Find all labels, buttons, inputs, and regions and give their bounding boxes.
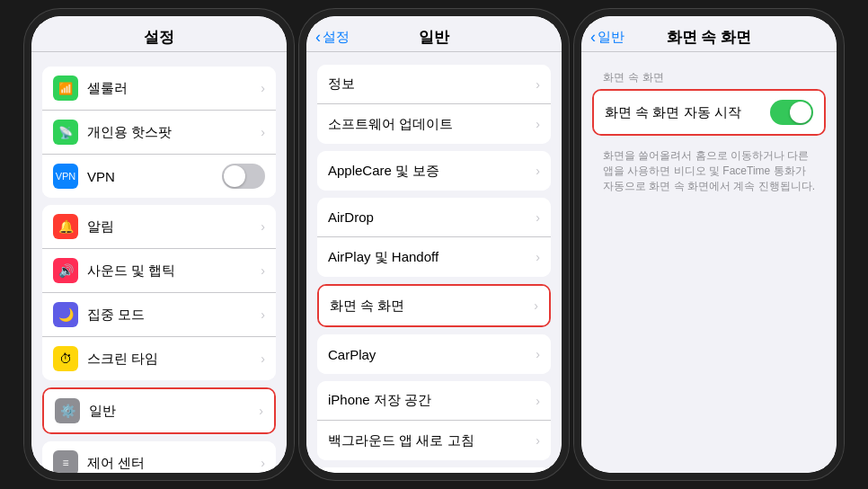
- vpn-label: VPN: [87, 169, 222, 184]
- pip-toggle-switch[interactable]: [770, 100, 813, 125]
- airdrop-chevron: ›: [536, 210, 540, 225]
- group-pip: 화면 속 화면 ›: [317, 284, 551, 327]
- screen2-title: 일반: [419, 27, 449, 48]
- item-alarm[interactable]: 🔔 알림 ›: [42, 205, 276, 249]
- airplay-label: AirPlay 및 Handoff: [328, 249, 536, 266]
- item-sound[interactable]: 🔊 사운드 및 햅틱 ›: [42, 249, 276, 293]
- item-general[interactable]: ⚙️ 일반 ›: [44, 389, 274, 432]
- airdrop-label: AirDrop: [328, 209, 536, 225]
- item-carplay[interactable]: CarPlay ›: [317, 334, 551, 374]
- group-connectivity: 📶 셀룰러 › 📡 개인용 핫스팟 › VPN: [42, 67, 276, 198]
- sound-chevron: ›: [261, 263, 265, 278]
- phone-3: ‹ 일반 화면 속 화면 화면 속 화면 화면 속 화면 자동 시작 화면을 쓸…: [574, 9, 844, 480]
- settings-list-3[interactable]: 화면 속 화면 화면 속 화면 자동 시작 화면을 쓸어올려서 홈으로 이동하거…: [581, 52, 837, 473]
- back-label-3: 일반: [598, 29, 624, 46]
- phone-1: 설정 📶 셀룰러 › 📡: [24, 9, 294, 480]
- hotspot-label: 개인용 핫스팟: [87, 124, 261, 141]
- cellular-label: 셀룰러: [87, 80, 261, 97]
- group-carplay: CarPlay ›: [317, 334, 551, 374]
- screen1-title: 설정: [144, 27, 174, 48]
- back-label-2: 설정: [323, 29, 350, 46]
- storage-chevron: ›: [536, 394, 540, 408]
- item-control[interactable]: ≡ 제어 센터 ›: [42, 441, 276, 473]
- item-screentime[interactable]: ⏱ 스크린 타임 ›: [42, 337, 276, 380]
- item-focus[interactable]: 🌙 집중 모드 ›: [42, 293, 276, 337]
- screentime-icon: ⏱: [53, 346, 78, 371]
- general-label: 일반: [89, 403, 259, 420]
- group-display: ≡ 제어 센터 › ⚡ 동작 버튼 › ☀: [42, 441, 276, 473]
- bgrefresh-chevron: ›: [536, 433, 540, 448]
- sound-icon: 🔊: [53, 258, 78, 283]
- item-software[interactable]: 소프트웨어 업데이트 ›: [317, 104, 551, 144]
- vpn-toggle[interactable]: [222, 164, 265, 189]
- carplay-chevron: ›: [536, 347, 540, 361]
- group-storage: iPhone 저장 공간 › 백그라운드 앱 새로 고침 ›: [317, 381, 551, 460]
- item-airplay[interactable]: AirPlay 및 Handoff ›: [317, 237, 551, 277]
- cellular-icon: 📶: [53, 76, 78, 101]
- nav-back-2[interactable]: ‹ 설정: [315, 28, 350, 47]
- cellular-chevron: ›: [261, 81, 265, 95]
- item-storage[interactable]: iPhone 저장 공간 ›: [317, 381, 551, 421]
- storage-label: iPhone 저장 공간: [328, 392, 536, 409]
- group-general: ⚙️ 일반 ›: [42, 387, 276, 434]
- info-chevron: ›: [536, 77, 540, 92]
- group-notifications: 🔔 알림 › 🔊 사운드 및 햅틱 › 🌙: [42, 205, 276, 380]
- control-label: 제어 센터: [87, 455, 261, 472]
- screen-1: 설정 📶 셀룰러 › 📡: [31, 16, 287, 473]
- control-chevron: ›: [261, 456, 265, 470]
- settings-list-1[interactable]: 📶 셀룰러 › 📡 개인용 핫스팟 › VPN: [31, 52, 287, 473]
- item-datetime[interactable]: 날짜 및 시간 ›: [317, 467, 551, 473]
- nav-bar-1: 설정: [31, 16, 287, 52]
- info-label: 정보: [328, 76, 536, 93]
- pip-toggle-group: 화면 속 화면 자동 시작: [592, 89, 826, 136]
- pip-chevron: ›: [534, 298, 538, 313]
- pip-toggle-label: 화면 속 화면 자동 시작: [605, 104, 770, 121]
- item-info[interactable]: 정보 ›: [317, 65, 551, 104]
- pip-label: 화면 속 화면: [330, 298, 534, 315]
- software-chevron: ›: [536, 117, 540, 131]
- back-icon-2: ‹: [315, 28, 321, 47]
- phone-2: ‹ 설정 일반 정보 › 소프트웨어 업데이트 ›: [299, 9, 569, 480]
- item-applecare[interactable]: AppleCare 및 보증 ›: [317, 151, 551, 191]
- pip-description: 화면을 쓸어올려서 홈으로 이동하거나 다른 앱을 사용하면 비디오 및 Fac…: [581, 143, 837, 204]
- alarm-chevron: ›: [261, 219, 265, 234]
- screen3-title: 화면 속 화면: [667, 27, 751, 48]
- pip-toggle-item[interactable]: 화면 속 화면 자동 시작: [594, 91, 824, 134]
- vpn-icon: VPN: [53, 164, 78, 189]
- software-label: 소프트웨어 업데이트: [328, 116, 536, 133]
- group-applecare: AppleCare 및 보증 ›: [317, 151, 551, 191]
- phones-container: 설정 📶 셀룰러 › 📡: [0, 0, 868, 489]
- nav-back-3[interactable]: ‹ 일반: [590, 28, 624, 47]
- focus-label: 집중 모드: [87, 307, 261, 324]
- group-airdrop: AirDrop › AirPlay 및 Handoff ›: [317, 198, 551, 277]
- focus-chevron: ›: [261, 307, 265, 322]
- nav-bar-2: ‹ 설정 일반: [306, 16, 562, 52]
- item-airdrop[interactable]: AirDrop ›: [317, 198, 551, 237]
- nav-bar-3: ‹ 일반 화면 속 화면: [581, 16, 837, 52]
- general-icon: ⚙️: [55, 398, 80, 423]
- item-bgrefresh[interactable]: 백그라운드 앱 새로 고침 ›: [317, 421, 551, 460]
- back-icon-3: ‹: [590, 28, 596, 47]
- carplay-label: CarPlay: [328, 347, 536, 362]
- screen-3: ‹ 일반 화면 속 화면 화면 속 화면 화면 속 화면 자동 시작 화면을 쓸…: [581, 16, 837, 473]
- alarm-icon: 🔔: [53, 214, 78, 239]
- sound-label: 사운드 및 햅틱: [87, 262, 261, 280]
- control-icon: ≡: [53, 450, 78, 473]
- group-datetime: 날짜 및 시간 › 키보드 › 서체 ›: [317, 467, 551, 473]
- screentime-chevron: ›: [261, 351, 265, 366]
- item-hotspot[interactable]: 📡 개인용 핫스팟 ›: [42, 111, 276, 155]
- group-info: 정보 › 소프트웨어 업데이트 ›: [317, 65, 551, 144]
- airplay-chevron: ›: [536, 250, 540, 264]
- screen-2: ‹ 설정 일반 정보 › 소프트웨어 업데이트 ›: [306, 16, 562, 473]
- focus-icon: 🌙: [53, 302, 78, 327]
- applecare-chevron: ›: [536, 164, 540, 178]
- screentime-label: 스크린 타임: [87, 351, 261, 368]
- applecare-label: AppleCare 및 보증: [328, 163, 536, 180]
- hotspot-chevron: ›: [261, 125, 265, 139]
- general-chevron: ›: [259, 404, 263, 418]
- settings-list-2[interactable]: 정보 › 소프트웨어 업데이트 › AppleCare 및 보증 ›: [306, 52, 562, 473]
- item-pip[interactable]: 화면 속 화면 ›: [319, 286, 549, 325]
- bgrefresh-label: 백그라운드 앱 새로 고침: [328, 432, 536, 449]
- item-cellular[interactable]: 📶 셀룰러 ›: [42, 67, 276, 111]
- item-vpn[interactable]: VPN VPN: [42, 155, 276, 198]
